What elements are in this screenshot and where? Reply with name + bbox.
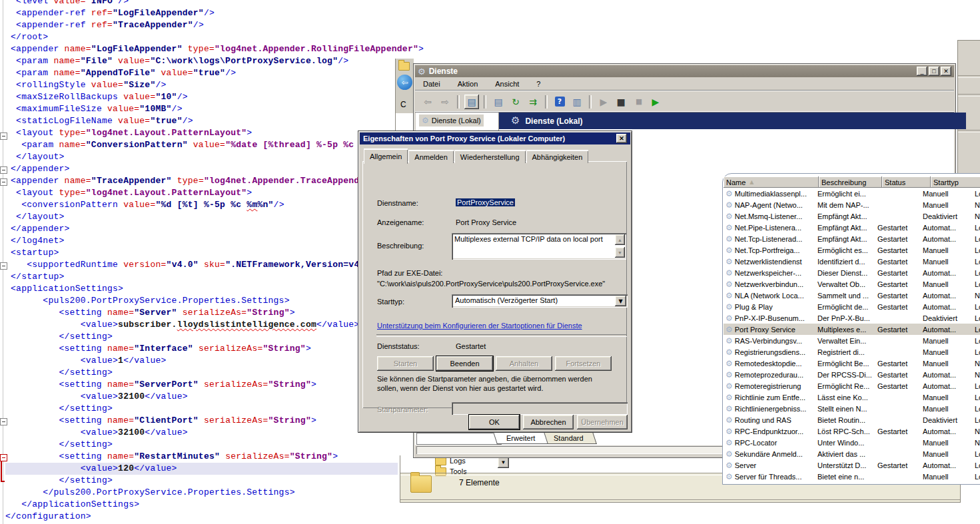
table-row[interactable]: ⚙Net.Tcp-Portfreiga...Ermöglicht es...Ge… bbox=[724, 244, 980, 256]
close-button[interactable]: ✕ bbox=[941, 67, 951, 76]
table-row[interactable]: ⚙NetzwerklistendienstIdentifiziert d...G… bbox=[724, 256, 980, 267]
cell-text: Richtlinie zum Entfe... bbox=[735, 393, 805, 401]
cell-text: Netzwerkdienst bbox=[975, 201, 980, 209]
table-row[interactable]: ⚙Plug & PlayErmöglicht de...GestartetAut… bbox=[724, 301, 980, 312]
table-row[interactable]: ⚙Routing und RASBietet Routin...Deaktivi… bbox=[724, 414, 980, 425]
table-row[interactable]: ⚙Net.Tcp-Listenerad...Empfängt Akt...Ges… bbox=[724, 233, 980, 244]
table-row[interactable]: ⚙Richtlinie zum Entfe...Lässt eine Ko...… bbox=[724, 392, 980, 403]
extended-view-icon[interactable]: ▥ bbox=[570, 95, 584, 109]
menu-item-datei[interactable]: Datei bbox=[423, 80, 440, 88]
table-cell: ⚙Plug & Play bbox=[724, 303, 815, 311]
table-row[interactable]: ⚙RemoteregistrierungErmöglicht Re...Gest… bbox=[724, 380, 980, 392]
table-cell: Gestartet bbox=[875, 235, 921, 243]
export-list-icon[interactable]: ⇉ bbox=[526, 95, 540, 109]
menu-item-aktion[interactable]: Aktion bbox=[458, 80, 478, 88]
maximize-button[interactable]: □ bbox=[929, 67, 939, 76]
table-row[interactable]: ⚙Net.Pipe-Listenera...Empfängt Akt...Ges… bbox=[724, 222, 980, 233]
table-row[interactable]: ⚙Richtlinienergebniss...Stellt einen N..… bbox=[724, 403, 980, 414]
fold-marker-icon[interactable] bbox=[0, 166, 7, 174]
table-cell: ⚙RAS-Verbindungsv... bbox=[724, 337, 815, 345]
table-row[interactable]: ⚙Netzwerkverbindun...Verwaltet Ob...Gest… bbox=[724, 278, 980, 290]
scroll-up-icon[interactable]: ▲ bbox=[615, 234, 625, 245]
service-properties-dialog: Eigenschaften von Port Proxy Service (Lo… bbox=[358, 131, 632, 433]
scroll-down-icon[interactable]: ▼ bbox=[615, 247, 625, 258]
table-row[interactable]: ⚙Remoteprozedurau...Der RPCSS-Di...Gesta… bbox=[724, 369, 980, 380]
table-row[interactable]: ⚙RPC-LocatorUnter Windo...ManuellNetzwer… bbox=[724, 437, 980, 448]
cell-text: Lokales System bbox=[975, 393, 980, 401]
show-console-tree-icon[interactable]: ▤ bbox=[464, 95, 479, 109]
table-row[interactable]: ⚙Registrierungsdiens...Registriert di...… bbox=[724, 346, 980, 358]
table-row[interactable]: ⚙PnP-X-IP-Busenum...Der PnP-X-Bu...Deakt… bbox=[724, 312, 980, 324]
cancel-button[interactable]: Abbrechen bbox=[523, 415, 574, 429]
restart-service-icon[interactable]: ▶ bbox=[648, 95, 663, 109]
service-status-value: Gestartet bbox=[456, 342, 486, 350]
tree-item-dienste-lokal[interactable]: ⚙ Dienste (Lokal) bbox=[419, 115, 484, 127]
pause-service-icon[interactable]: ▮▮ bbox=[631, 95, 646, 109]
column-header-starttyp[interactable]: Starttyp bbox=[931, 176, 980, 188]
view-tab-erweitert[interactable]: Erweitert bbox=[493, 432, 548, 444]
tab-abhngigkeiten[interactable]: Abhängigkeiten bbox=[526, 150, 589, 163]
services-table[interactable]: ⚙Multimediaklassenpl...Ermöglicht ei...M… bbox=[724, 188, 980, 482]
service-name-value[interactable]: PortProxyService bbox=[456, 198, 515, 206]
starten-button[interactable]: Starten bbox=[377, 356, 434, 371]
tab-anmelden[interactable]: Anmelden bbox=[408, 150, 454, 163]
refresh-icon[interactable]: ↻ bbox=[508, 95, 523, 109]
stop-service-icon[interactable]: ■ bbox=[614, 95, 628, 109]
startup-options-help-link[interactable]: Unterstützung beim Konfigurieren der Sta… bbox=[377, 322, 582, 330]
table-row[interactable]: ⚙RPC-Endpunktzuor...Löst RPC-Sch...Gesta… bbox=[724, 425, 980, 437]
fold-marker-icon[interactable] bbox=[0, 418, 7, 425]
table-row[interactable]: ⚙Netzwerkspeicher-...Dieser Dienst...Ges… bbox=[724, 267, 980, 278]
start-params-note: Sie können die Startparameter angeben, d… bbox=[377, 374, 612, 393]
table-row[interactable]: ⚙Remotedesktopdie...Ermöglicht Be...Gest… bbox=[724, 358, 980, 369]
table-row[interactable]: ⚙NAP-Agent (Netwo...Mit dem NAP-...Manue… bbox=[724, 199, 980, 210]
table-row[interactable]: ⚙Port Proxy ServiceMultiplexes e...Gesta… bbox=[724, 324, 980, 335]
table-row[interactable]: ⚙ServerUnterstützt D...GestartetAutomat.… bbox=[724, 459, 980, 471]
help-icon[interactable]: ? bbox=[552, 95, 567, 109]
table-cell: Manuell bbox=[921, 450, 973, 458]
ok-button[interactable]: OK bbox=[469, 415, 520, 429]
minimize-button[interactable]: _ bbox=[917, 67, 927, 76]
fold-marker-icon[interactable] bbox=[0, 262, 7, 270]
fortsetzen-button[interactable]: Fortsetzen bbox=[555, 356, 612, 371]
table-row[interactable]: ⚙Net.Msmq-Listener...Empfängt Akt...Deak… bbox=[724, 210, 980, 222]
description-field[interactable]: Multiplexes external TCP/IP data on loca… bbox=[452, 233, 626, 260]
menu-item-?[interactable]: ? bbox=[536, 80, 540, 88]
close-icon[interactable]: ✕ bbox=[616, 134, 627, 143]
menu-item-ansicht[interactable]: Ansicht bbox=[495, 80, 519, 88]
apply-button[interactable]: Übernehmen bbox=[577, 415, 628, 429]
anhalten-button[interactable]: Anhalten bbox=[496, 356, 552, 371]
table-cell: Ermöglicht ei... bbox=[815, 190, 875, 198]
back-button[interactable]: ⇦ bbox=[397, 75, 412, 90]
forward-icon[interactable]: ⇨ bbox=[438, 95, 452, 109]
fold-marker-changed-icon[interactable] bbox=[0, 454, 7, 461]
filter-input[interactable] bbox=[416, 433, 502, 445]
cell-text: Der PnP-X-Bu... bbox=[817, 314, 870, 322]
fold-marker-icon[interactable] bbox=[0, 132, 7, 140]
properties-icon[interactable]: ▤ bbox=[491, 95, 506, 109]
table-cell: Bietet Routin... bbox=[815, 416, 875, 424]
table-cell: Stellt einen N... bbox=[815, 405, 875, 413]
table-row[interactable]: ⚙RAS-Verbindungsv...Verwaltet Ein...Manu… bbox=[724, 335, 980, 346]
cell-text: Ermöglicht ei... bbox=[817, 190, 866, 198]
table-cell: Lokaler Dienst bbox=[973, 348, 980, 356]
fold-marker-icon[interactable] bbox=[0, 178, 7, 186]
table-row[interactable]: ⚙NLA (Network Loca...Sammelt und ...Gest… bbox=[724, 290, 980, 301]
table-row[interactable]: ⚙Sekundäre Anmeld...Aktiviert das ...Man… bbox=[724, 448, 980, 459]
column-header-status[interactable]: Status bbox=[882, 176, 931, 188]
dropdown-button[interactable]: ▼ bbox=[498, 457, 509, 468]
table-row[interactable]: ⚙Multimediaklassenpl...Ermöglicht ei...M… bbox=[724, 188, 980, 199]
tab-allgemein[interactable]: Allgemein bbox=[364, 148, 408, 164]
tab-wiederherstellung[interactable]: Wiederherstellung bbox=[454, 150, 526, 163]
table-row[interactable]: ⚙Server für Threads...Bietet eine n...Ma… bbox=[724, 471, 980, 482]
startup-type-select[interactable]: Automatisch (Verzögerter Start) ▼ bbox=[452, 294, 628, 308]
back-icon[interactable]: ⇦ bbox=[420, 95, 435, 109]
dialog-title-bar[interactable]: Eigenschaften von Port Proxy Service (Lo… bbox=[360, 132, 630, 144]
cell-text: Manuell bbox=[923, 393, 949, 401]
start-params-input[interactable] bbox=[452, 402, 628, 415]
column-header-beschreibung[interactable]: Beschreibung bbox=[819, 176, 882, 188]
services-title-bar[interactable]: ⚙ Dienste _ □ ✕ bbox=[415, 65, 954, 77]
beenden-button[interactable]: Beenden bbox=[436, 356, 493, 371]
column-header-name[interactable]: Name▲ bbox=[724, 176, 819, 188]
view-tab-standard[interactable]: Standard bbox=[540, 432, 597, 444]
start-service-icon[interactable]: ▶ bbox=[596, 95, 611, 109]
